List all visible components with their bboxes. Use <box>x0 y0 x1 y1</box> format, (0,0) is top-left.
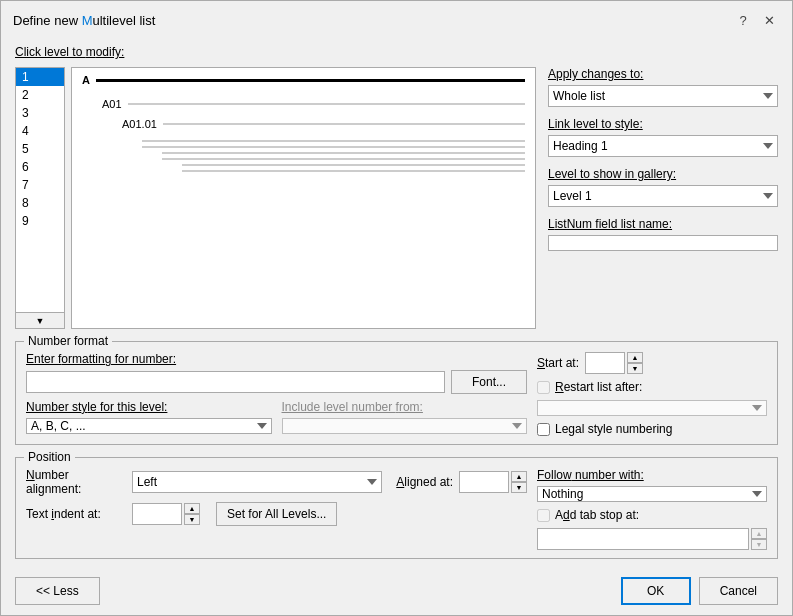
apply-changes-label: Apply changes to: <box>548 67 778 81</box>
start-at-up[interactable]: ▲ <box>627 352 643 363</box>
aligned-at-input[interactable]: 0" <box>459 471 509 493</box>
legal-style-label: Legal style numbering <box>555 422 672 436</box>
legal-style-checkbox[interactable] <box>537 423 550 436</box>
number-style-group: Number style for this level: A, B, C, ..… <box>26 400 272 434</box>
number-format-section: Number format Enter formatting for numbe… <box>15 341 778 445</box>
level-item-2[interactable]: 2 <box>16 86 64 104</box>
restart-after-select[interactable] <box>537 400 767 416</box>
cancel-button[interactable]: Cancel <box>699 577 778 605</box>
bottom-left: << Less <box>15 577 100 605</box>
level-scroll-down[interactable]: ▼ <box>16 312 64 328</box>
start-at-input[interactable]: A <box>585 352 625 374</box>
link-level-select[interactable]: Heading 1 Heading 2 Heading 3 (none) <box>548 135 778 157</box>
aligned-at-down[interactable]: ▼ <box>511 482 527 493</box>
restart-after-checkbox[interactable] <box>537 381 550 394</box>
add-tab-stop-label: Add tab stop at: <box>555 508 639 522</box>
font-button[interactable]: Font... <box>451 370 527 394</box>
apply-changes-select[interactable]: Whole list Current level This point forw… <box>548 85 778 107</box>
add-tab-stop-row: Add tab stop at: <box>537 508 767 522</box>
ok-button[interactable]: OK <box>621 577 691 605</box>
add-tab-stop-checkbox[interactable] <box>537 509 550 522</box>
level-item-9[interactable]: 9 <box>16 212 64 230</box>
click-level-label: Click level to modify: <box>15 45 778 59</box>
preview-line-a0101: A01.01 <box>82 118 525 130</box>
preview-line-5 <box>82 146 525 148</box>
start-at-spinner-btns: ▲ ▼ <box>627 352 643 374</box>
level-list: 1 2 3 4 5 6 7 8 9 ▼ <box>15 67 65 329</box>
level-item-7[interactable]: 7 <box>16 176 64 194</box>
restart-after-row: Restart list after: <box>537 380 767 394</box>
text-indent-down[interactable]: ▼ <box>184 514 200 525</box>
bottom-right: OK Cancel <box>621 577 778 605</box>
format-input-row: A Font... <box>26 370 527 394</box>
level-item-1[interactable]: 1 <box>16 68 64 86</box>
formatting-input[interactable]: A <box>26 371 445 393</box>
level-item-6[interactable]: 6 <box>16 158 64 176</box>
level-gallery-select-row: Level 1 Level 2 Level 3 <box>548 185 778 207</box>
level-item-5[interactable]: 5 <box>16 140 64 158</box>
add-tab-stop-up[interactable]: ▲ <box>751 528 767 539</box>
aligned-at-spinner-btns: ▲ ▼ <box>511 471 527 493</box>
start-at-down[interactable]: ▼ <box>627 363 643 374</box>
aligned-at-spinner: 0" ▲ ▼ <box>459 471 527 493</box>
preview-line-a: A <box>82 74 525 86</box>
level-gallery-select[interactable]: Level 1 Level 2 Level 3 <box>548 185 778 207</box>
preview-line-9 <box>82 170 525 172</box>
preview-line-a01: A01 <box>82 98 525 110</box>
apply-changes-group: Apply changes to: Whole list Current lev… <box>548 67 778 107</box>
follow-number-label: Follow number with: <box>537 468 767 482</box>
number-alignment-select[interactable]: Left Centered Right <box>132 471 382 493</box>
preview-area: A A01 A01.01 <box>71 67 536 329</box>
title-bar-buttons: ? ✕ <box>732 9 780 31</box>
number-format-title: Number format <box>24 334 112 348</box>
preview-line-7 <box>82 158 525 160</box>
listnum-field-group: ListNum field list name: <box>548 217 778 251</box>
level-item-4[interactable]: 4 <box>16 122 64 140</box>
help-button[interactable]: ? <box>732 9 754 31</box>
start-at-spinner: A ▲ ▼ <box>585 352 643 374</box>
link-level-select-row: Heading 1 Heading 2 Heading 3 (none) <box>548 135 778 157</box>
dialog-content: Click level to modify: 1 2 3 4 5 6 7 8 9 <box>1 35 792 569</box>
set-all-levels-button[interactable]: Set for All Levels... <box>216 502 337 526</box>
include-level-group: Include level number from: Level 1 Level… <box>282 400 528 434</box>
pos-section: Number alignment: Left Centered Right Al… <box>26 468 767 550</box>
follow-number-group: Follow number with: Nothing Tab characte… <box>537 468 767 502</box>
link-level-label: Link level to style: <box>548 117 778 131</box>
follow-number-select[interactable]: Nothing Tab character Space <box>537 486 767 502</box>
number-style-label: Number style for this level: <box>26 400 272 414</box>
preview-line-4 <box>82 140 525 142</box>
main-row: 1 2 3 4 5 6 7 8 9 ▼ A <box>15 67 778 329</box>
level-item-8[interactable]: 8 <box>16 194 64 212</box>
apply-changes-select-row: Whole list Current level This point forw… <box>548 85 778 107</box>
add-tab-stop-down[interactable]: ▼ <box>751 539 767 550</box>
number-style-select[interactable]: A, B, C, ... 1, 2, 3, ... i, ii, iii, ..… <box>26 418 272 434</box>
add-tab-stop-input[interactable]: 0" <box>537 528 749 550</box>
nf-row: Enter formatting for number: A Font... N… <box>26 352 767 436</box>
right-panel: Apply changes to: Whole list Current lev… <box>548 67 778 329</box>
enter-formatting-group: Enter formatting for number: A Font... <box>26 352 527 394</box>
link-level-group: Link level to style: Heading 1 Heading 2… <box>548 117 778 157</box>
enter-formatting-label: Enter formatting for number: <box>26 352 527 366</box>
position-section: Position Number alignment: Left Centered… <box>15 457 778 559</box>
level-gallery-label: Level to show in gallery: <box>548 167 778 181</box>
pos-left: Number alignment: Left Centered Right Al… <box>26 468 527 550</box>
preview-line-6 <box>82 152 525 154</box>
aligned-at-up[interactable]: ▲ <box>511 471 527 482</box>
level-list-inner: 1 2 3 4 5 6 7 8 9 <box>16 68 64 312</box>
level-item-3[interactable]: 3 <box>16 104 64 122</box>
listnum-field-label: ListNum field list name: <box>548 217 778 231</box>
start-at-label: Start at: <box>537 356 579 370</box>
add-tab-stop-spinner-btns: ▲ ▼ <box>751 528 767 550</box>
text-indent-input[interactable]: 0" <box>132 503 182 525</box>
aligned-at-label: Aligned at: <box>396 475 453 489</box>
less-button[interactable]: << Less <box>15 577 100 605</box>
text-indent-row: Text indent at: 0" ▲ ▼ Set for All Level… <box>26 502 527 526</box>
text-indent-spinner: 0" ▲ ▼ <box>132 503 200 525</box>
text-indent-up[interactable]: ▲ <box>184 503 200 514</box>
add-tab-stop-spinner: 0" ▲ ▼ <box>537 528 767 550</box>
close-button[interactable]: ✕ <box>758 9 780 31</box>
dialog-title: Define new Multilevel list <box>13 13 155 28</box>
include-level-select[interactable]: Level 1 Level 2 <box>282 418 528 434</box>
listnum-field-input[interactable] <box>548 235 778 251</box>
include-level-label: Include level number from: <box>282 400 528 414</box>
